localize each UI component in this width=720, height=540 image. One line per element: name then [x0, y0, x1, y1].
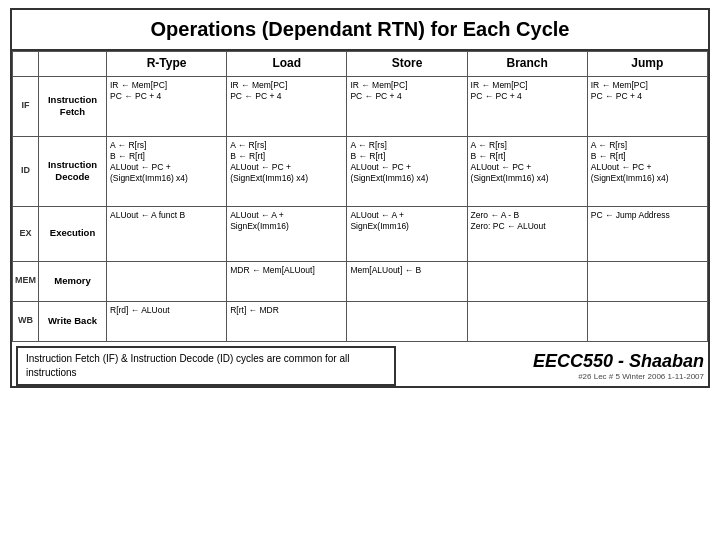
stage-if: IF: [13, 76, 39, 136]
cell-ex-1: ALUout ← A + SignEx(Imm16): [227, 206, 347, 261]
stage-id: ID: [13, 136, 39, 206]
col-jump: Jump: [587, 52, 707, 77]
cell-ex-4: PC ← Jump Address: [587, 206, 707, 261]
cell-mem-4: [587, 261, 707, 301]
cell-ex-3: Zero ← A - BZero: PC ← ALUout: [467, 206, 587, 261]
cell-if-0: IR ← Mem[PC]PC ← PC + 4: [107, 76, 227, 136]
cell-id-2: A ← R[rs]B ← R[rt]ALUout ← PC + (SignExt…: [347, 136, 467, 206]
cell-mem-0: [107, 261, 227, 301]
cell-if-4: IR ← Mem[PC]PC ← PC + 4: [587, 76, 707, 136]
col-stage: [13, 52, 39, 77]
col-store: Store: [347, 52, 467, 77]
cell-wb-0: R[rd] ← ALUout: [107, 301, 227, 341]
cell-mem-3: [467, 261, 587, 301]
row-label-if: Instruction Fetch: [39, 76, 107, 136]
row-label-mem: Memory: [39, 261, 107, 301]
page-title: Operations (Dependant RTN) for Each Cycl…: [12, 10, 708, 51]
row-label-ex: Execution: [39, 206, 107, 261]
row-label-wb: Write Back: [39, 301, 107, 341]
cell-mem-2: Mem[ALUout] ← B: [347, 261, 467, 301]
cell-id-4: A ← R[rs]B ← R[rt]ALUout ← PC + (SignExt…: [587, 136, 707, 206]
cell-if-2: IR ← Mem[PC]PC ← PC + 4: [347, 76, 467, 136]
stage-mem: MEM: [13, 261, 39, 301]
cell-ex-2: ALUout ← A + SignEx(Imm16): [347, 206, 467, 261]
footer-note: Instruction Fetch (IF) & Instruction Dec…: [16, 346, 396, 386]
footer-sub: #26 Lec # 5 Winter 2006 1-11-2007: [533, 372, 704, 381]
col-load: Load: [227, 52, 347, 77]
col-phase: [39, 52, 107, 77]
cell-mem-1: MDR ← Mem[ALUout]: [227, 261, 347, 301]
cell-id-1: A ← R[rs]B ← R[rt]ALUout ← PC + (SignExt…: [227, 136, 347, 206]
col-branch: Branch: [467, 52, 587, 77]
cell-wb-3: [467, 301, 587, 341]
cell-if-3: IR ← Mem[PC]PC ← PC + 4: [467, 76, 587, 136]
cell-if-1: IR ← Mem[PC]PC ← PC + 4: [227, 76, 347, 136]
row-label-id: Instruction Decode: [39, 136, 107, 206]
cell-id-3: A ← R[rs]B ← R[rt]ALUout ← PC + (SignExt…: [467, 136, 587, 206]
cell-wb-4: [587, 301, 707, 341]
cell-ex-0: ALUout ← A funct B: [107, 206, 227, 261]
stage-ex: EX: [13, 206, 39, 261]
footer-course: EECC550 - Shaaban: [533, 351, 704, 372]
cell-wb-1: R[rt] ← MDR: [227, 301, 347, 341]
cell-wb-2: [347, 301, 467, 341]
stage-wb: WB: [13, 301, 39, 341]
col-rtype: R-Type: [107, 52, 227, 77]
cell-id-0: A ← R[rs]B ← R[rt]ALUout ← PC + (SignExt…: [107, 136, 227, 206]
